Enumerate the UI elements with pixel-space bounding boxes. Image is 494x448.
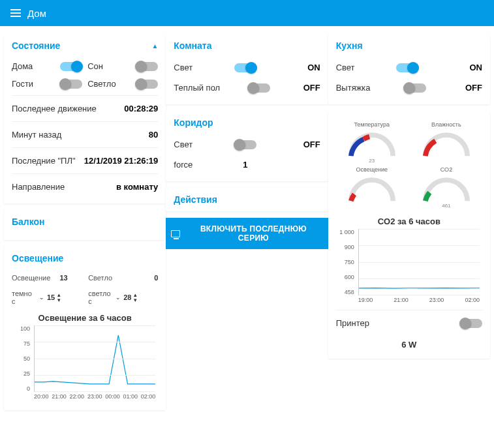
state-kitchen-hood: OFF: [460, 83, 482, 93]
toggle-kitchen-hood[interactable]: [404, 83, 426, 93]
app-title: Дом: [27, 8, 46, 19]
value-force: 1: [243, 160, 247, 170]
gauge-co2-value: 461: [417, 203, 476, 209]
state-kitchen-light: ON: [460, 63, 482, 72]
card-kitchen-sensors: Температура 23 Влажность Освещение CO2 4…: [328, 111, 490, 359]
stepper-bright-from[interactable]: ▴▾: [134, 292, 137, 303]
card-kitchen-title: Кухня: [336, 40, 363, 51]
card-actions-title: Действия: [174, 194, 217, 205]
chart-co2-title: CO2 за 6 часов: [336, 217, 482, 226]
label-room-light: Свет: [174, 63, 193, 72]
label-corridor-light: Свет: [174, 140, 193, 149]
value-bright: 0: [125, 274, 158, 282]
card-kitchen: Кухня Свет ON Вытяжка OFF: [328, 34, 490, 104]
card-corridor: Коридор Свет OFF force 1: [166, 111, 328, 181]
label-minutes-ago: Минут назад: [12, 130, 61, 140]
state-room-floor: OFF: [298, 83, 320, 93]
chevron-down-icon[interactable]: ⌄: [116, 294, 121, 301]
collapse-icon[interactable]: ▲: [151, 42, 158, 50]
gauge-lux: Освещение: [343, 166, 401, 209]
label-room-floor: Теплый пол: [174, 83, 220, 93]
toggle-corridor-light[interactable]: [234, 140, 256, 149]
label-bright: Светло: [88, 274, 112, 282]
toggle-room-floor[interactable]: [248, 83, 270, 93]
gauge-temp-label: Температура: [343, 121, 401, 128]
label-kitchen-hood: Вытяжка: [336, 83, 371, 93]
card-room-title: Комната: [174, 40, 211, 51]
value-direction: в комнату: [116, 182, 158, 192]
label-printer: Принтер: [336, 318, 369, 328]
value-last-motion: 00:28:29: [124, 104, 158, 113]
toggle-printer[interactable]: [460, 319, 482, 328]
chevron-down-icon[interactable]: ⌄: [39, 294, 44, 301]
card-state: Состояние ▲ Дома Сон Гости Светло Послед…: [4, 34, 166, 203]
label-last-motion: Последнее движение: [12, 104, 97, 113]
gauge-lux-label: Освещение: [343, 166, 401, 173]
chart-lighting-title: Освещение за 6 часов: [12, 313, 158, 323]
toggle-room-light[interactable]: [234, 63, 256, 72]
chart-co2: 1 000900750600458 19:0021:0023:0002:00: [336, 229, 482, 307]
gauge-temperature: Температура 23: [343, 121, 401, 164]
gauge-humidity: Влажность: [417, 121, 476, 164]
hamburger-icon[interactable]: [10, 7, 21, 19]
play-last-series-label: ВКЛЮЧИТЬ ПОСЛЕДНЮЮ СЕРИЮ: [184, 224, 322, 243]
tv-icon: [171, 230, 180, 237]
toggle-guests[interactable]: [60, 80, 82, 89]
label-kitchen-light: Свет: [336, 63, 355, 72]
label-direction: Направление: [12, 182, 65, 192]
gauge-co2: CO2 461: [417, 166, 476, 209]
label-bright-from: светло с: [88, 290, 113, 305]
chart-lighting: 1007550250 20:0021:0022:0023:0000:0001:0…: [12, 325, 158, 404]
label-home: Дома: [12, 61, 33, 71]
state-room-light: ON: [298, 63, 320, 72]
state-corridor-light: OFF: [298, 140, 320, 149]
value-bright-from: 28: [123, 293, 131, 301]
card-balcony-title: Балкон: [12, 217, 45, 227]
value-lux: 13: [59, 274, 67, 282]
label-lux: Освещение: [12, 274, 50, 282]
card-room: Комната Свет ON Теплый пол OFF: [166, 34, 328, 104]
label-lightstate: Светло: [87, 79, 116, 89]
card-actions: Действия: [166, 188, 328, 211]
toggle-kitchen-light[interactable]: [396, 63, 418, 72]
card-lighting-title: Освещение: [12, 253, 63, 263]
label-last-pl: Последние "ПЛ": [12, 156, 76, 166]
toggle-home[interactable]: [60, 62, 82, 71]
label-force: force: [174, 160, 193, 170]
gauge-temp-value: 23: [343, 158, 401, 164]
play-last-series-button[interactable]: ВКЛЮЧИТЬ ПОСЛЕДНЮЮ СЕРИЮ: [166, 218, 328, 249]
value-power: 6 W: [336, 333, 482, 352]
value-dark-from: 15: [47, 293, 55, 301]
toggle-sleep[interactable]: [136, 62, 158, 71]
label-sleep: Сон: [87, 61, 103, 71]
label-dark-from: темно с: [12, 290, 37, 305]
card-balcony: Балкон: [4, 210, 166, 240]
toggle-lightstate[interactable]: [136, 80, 158, 89]
gauge-co2-label: CO2: [417, 166, 476, 173]
card-lighting: Освещение Освещение 13 Светло 0 темно с …: [4, 246, 166, 410]
card-corridor-title: Коридор: [174, 117, 213, 128]
value-minutes-ago: 80: [149, 130, 158, 140]
app-header: Дом: [0, 0, 494, 26]
label-guests: Гости: [12, 79, 33, 89]
value-last-pl: 12/1/2019 21:26:19: [84, 156, 158, 166]
gauge-humidity-label: Влажность: [417, 121, 476, 128]
card-state-title: Состояние: [12, 40, 60, 51]
stepper-dark-from[interactable]: ▴▾: [57, 292, 61, 303]
